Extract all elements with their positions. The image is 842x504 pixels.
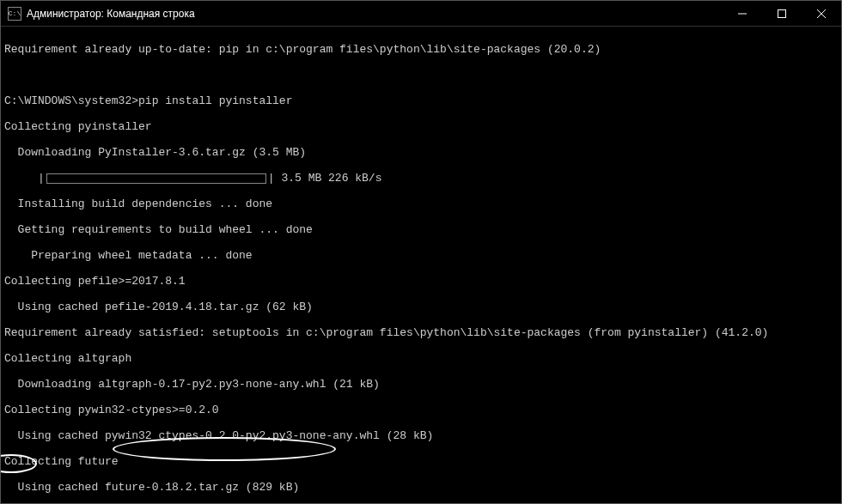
output-line: Requirement already satisfied: setuptool… — [4, 326, 836, 339]
maximize-button[interactable] — [762, 1, 802, 26]
output-line: Downloading altgraph-0.17-py2.py3-none-a… — [4, 378, 836, 391]
svg-rect-1 — [778, 9, 786, 17]
terminal-output[interactable]: Requirement already up-to-date: pip in c… — [1, 27, 841, 503]
output-line: Preparing wheel metadata ... done — [4, 249, 836, 262]
output-line: Using cached future-0.18.2.tar.gz (829 k… — [4, 481, 836, 494]
output-line: Collecting pyinstaller — [4, 120, 836, 133]
window-title: Администратор: Командная строка — [27, 8, 723, 20]
close-button[interactable] — [802, 1, 841, 26]
output-line: Installing build dependencies ... done — [4, 197, 836, 210]
output-line: Downloading PyInstaller-3.6.tar.gz (3.5 … — [4, 146, 836, 159]
prompt: C:\WINDOWS\system32> — [4, 94, 138, 107]
output-line: Collecting altgraph — [4, 352, 836, 365]
progress-indent: | — [4, 172, 45, 185]
output-line: Collecting pywin32-ctypes>=0.2.0 — [4, 404, 836, 416]
titlebar[interactable]: C:\ Администратор: Командная строка — [1, 1, 841, 27]
cmd-icon: C:\ — [8, 7, 21, 21]
output-line: Collecting future — [4, 455, 836, 468]
output-line — [4, 69, 836, 82]
output-line: Using cached pefile-2019.4.18.tar.gz (62… — [4, 301, 836, 313]
output-line: Collecting pefile>=2017.8.1 — [4, 275, 836, 288]
command-prompt-window: C:\ Администратор: Командная строка Requ… — [0, 0, 842, 504]
output-line: Getting requirements to build wheel ... … — [4, 223, 836, 236]
output-line: Requirement already up-to-date: pip in c… — [4, 43, 836, 56]
progress-text: 3.5 MB 226 kB/s — [275, 172, 382, 185]
minimize-button[interactable] — [723, 1, 762, 26]
command: pip install pyinstaller — [138, 94, 292, 107]
output-line: Using cached pywin32_ctypes-0.2.0-py2.py… — [4, 429, 836, 442]
window-controls — [723, 1, 841, 26]
progress-line: || 3.5 MB 226 kB/s — [4, 172, 836, 185]
prompt-line: C:\WINDOWS\system32>pip install pyinstal… — [4, 94, 836, 107]
progress-bar — [46, 173, 266, 184]
